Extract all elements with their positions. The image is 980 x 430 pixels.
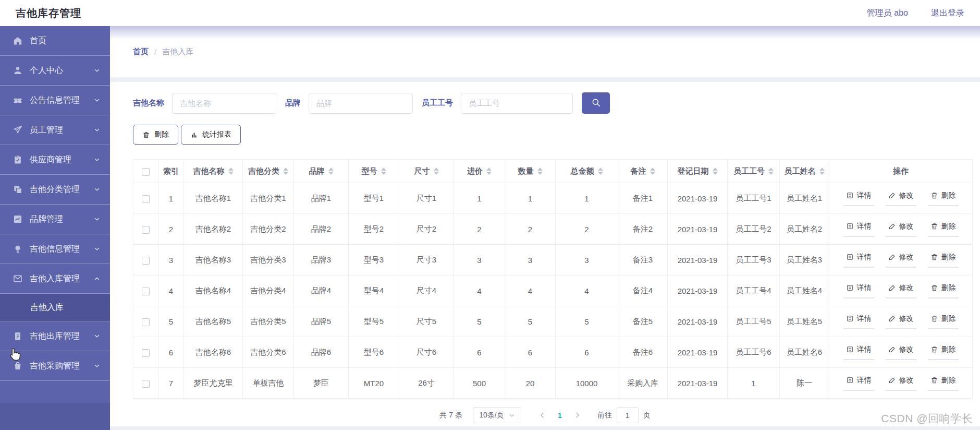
detail-row-button-label: 详情: [857, 191, 872, 200]
sort-carets-icon[interactable]: [819, 168, 825, 175]
detail-row-button[interactable]: 详情: [843, 253, 874, 268]
sort-carets-icon[interactable]: [328, 168, 334, 175]
delete-row-button[interactable]: 删除: [928, 314, 959, 329]
sidebar-item-3[interactable]: 员工管理: [0, 115, 110, 145]
sort-carets-icon[interactable]: [768, 168, 774, 175]
row-checkbox[interactable]: [142, 195, 150, 203]
delete-row-button[interactable]: 删除: [928, 376, 959, 391]
detail-row-button[interactable]: 详情: [843, 376, 874, 391]
detail-row-button-label: 详情: [857, 314, 872, 324]
edit-row-button[interactable]: 修改: [886, 222, 916, 237]
cell-value: 品牌4: [311, 286, 331, 295]
edit-row-button[interactable]: 修改: [886, 253, 916, 268]
row-checkbox[interactable]: [142, 226, 150, 234]
delete-row-button-label: 删除: [941, 314, 956, 324]
row-checkbox[interactable]: [142, 318, 150, 326]
sidebar-item-8[interactable]: 吉他入库管理: [0, 264, 110, 294]
sort-carets-icon[interactable]: [537, 168, 543, 175]
sidebar-item-4[interactable]: 供应商管理: [0, 145, 110, 175]
sidebar-item-5[interactable]: 吉他分类管理: [0, 175, 110, 205]
detail-row-button[interactable]: 详情: [843, 314, 874, 329]
column-header-5[interactable]: 尺寸: [399, 160, 454, 183]
column-header-11[interactable]: 员工工号: [728, 160, 780, 183]
delete-row-button[interactable]: 删除: [928, 253, 959, 268]
sort-carets-icon[interactable]: [228, 168, 234, 175]
column-header-7[interactable]: 数量: [505, 160, 556, 183]
sidebar-item-9[interactable]: 吉他出库管理: [0, 321, 110, 351]
search-button[interactable]: [582, 92, 610, 114]
sort-carets-icon[interactable]: [434, 168, 439, 175]
select-all-checkbox[interactable]: [142, 168, 150, 176]
data-table: 索引吉他名称吉他分类品牌型号尺寸进价数量总金额备注登记日期员工工号员工姓名操作 …: [133, 159, 972, 399]
sidebar-item-10[interactable]: 吉他采购管理: [0, 351, 110, 381]
employee-id-input[interactable]: [461, 93, 573, 114]
logout-link[interactable]: 退出登录: [931, 8, 964, 19]
delete-row-button[interactable]: 删除: [928, 345, 959, 360]
detail-row-button[interactable]: 详情: [843, 283, 874, 298]
edit-row-button[interactable]: 修改: [886, 345, 916, 360]
delete-button[interactable]: 删除: [133, 125, 178, 145]
sort-carets-icon[interactable]: [381, 168, 386, 175]
delete-row-button[interactable]: 删除: [928, 191, 959, 206]
cell-value: 单板吉他: [253, 378, 284, 387]
delete-row-button[interactable]: 删除: [928, 222, 959, 237]
column-header-4[interactable]: 型号: [349, 160, 399, 183]
table-row-6: 6吉他名称6吉他分类6品牌6型号6尺寸6666备注62021-03-19员工工号…: [133, 337, 973, 368]
announcement-icon: [13, 95, 23, 105]
row-checkbox[interactable]: [142, 288, 150, 295]
table-row-2: 2吉他名称2吉他分类2品牌2型号2尺寸2222备注22021-03-19员工工号…: [133, 214, 973, 245]
sort-carets-icon[interactable]: [650, 168, 655, 175]
column-label: 员工姓名: [785, 166, 816, 175]
column-header-1[interactable]: 吉他名称: [184, 160, 243, 183]
delete-row-button[interactable]: 删除: [928, 283, 959, 298]
page-size-select[interactable]: 10条/页: [473, 407, 521, 423]
sidebar-item-label: 吉他分类管理: [30, 184, 80, 195]
sort-carets-icon[interactable]: [283, 168, 288, 175]
next-page-button[interactable]: [568, 412, 587, 419]
sidebar-item-7[interactable]: 吉他信息管理: [0, 234, 110, 264]
chevron-down-icon: [93, 97, 101, 104]
row-checkbox[interactable]: [142, 349, 150, 357]
column-header-12[interactable]: 员工姓名: [780, 160, 829, 183]
breadcrumb-home[interactable]: 首页: [133, 47, 149, 57]
edit-row-button[interactable]: 修改: [886, 376, 916, 391]
sort-carets-icon[interactable]: [486, 168, 492, 175]
trash-icon: [930, 284, 938, 292]
edit-row-button[interactable]: 修改: [886, 283, 916, 298]
delete-row-button-label: 删除: [941, 283, 956, 293]
sidebar-subitem-8-0-active[interactable]: 吉他入库: [0, 294, 110, 321]
prev-page-button[interactable]: [533, 412, 552, 419]
column-label: 索引: [163, 166, 179, 175]
column-header-10[interactable]: 登记日期: [668, 160, 728, 183]
goto-page-input[interactable]: [617, 407, 639, 423]
table-row-4: 4吉他名称4吉他分类4品牌4型号4尺寸4444备注42021-03-19员工工号…: [133, 276, 973, 306]
brand-input[interactable]: [309, 93, 413, 114]
column-header-6[interactable]: 进价: [454, 160, 505, 183]
sidebar-item-0[interactable]: 首页: [0, 26, 110, 56]
cell-value: 品牌3: [311, 255, 331, 264]
delete-row-button-label: 删除: [941, 253, 956, 262]
current-user[interactable]: 管理员 abo: [867, 8, 908, 19]
sort-carets-icon[interactable]: [713, 168, 718, 175]
column-header-9[interactable]: 备注: [618, 160, 668, 183]
sidebar-item-2[interactable]: 公告信息管理: [0, 86, 110, 115]
sidebar-item-6[interactable]: 品牌管理: [0, 205, 110, 234]
edit-row-button[interactable]: 修改: [886, 314, 916, 329]
cell-value: 吉他分类2: [250, 224, 286, 233]
detail-row-button[interactable]: 详情: [843, 191, 874, 206]
row-checkbox[interactable]: [142, 380, 150, 388]
edit-row-button[interactable]: 修改: [886, 191, 916, 206]
column-header-8[interactable]: 总金额: [556, 160, 618, 183]
sidebar-item-1[interactable]: 个人中心: [0, 56, 110, 86]
row-checkbox[interactable]: [142, 257, 150, 265]
column-header-2[interactable]: 吉他分类: [243, 160, 294, 183]
stats-report-button[interactable]: 统计报表: [181, 125, 241, 145]
detail-row-button[interactable]: 详情: [843, 345, 874, 360]
guitar-name-input[interactable]: [172, 93, 276, 114]
page-number-1[interactable]: 1: [552, 411, 568, 420]
sort-carets-icon[interactable]: [598, 168, 603, 175]
detail-row-button[interactable]: 详情: [843, 222, 874, 237]
bag-icon: [13, 361, 23, 371]
cell-value: 2021-03-19: [678, 379, 718, 388]
column-header-3[interactable]: 品牌: [294, 160, 349, 183]
